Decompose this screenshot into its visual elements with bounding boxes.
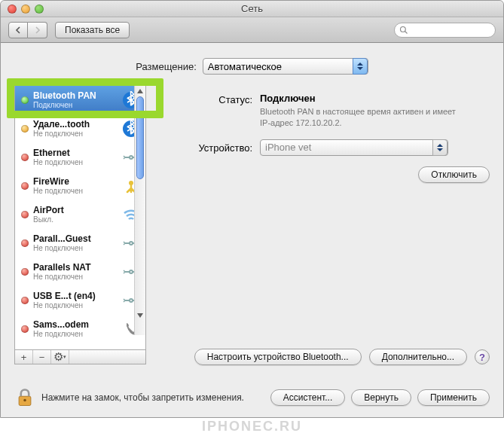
- select-knob-icon: [432, 139, 447, 156]
- sidebar-item[interactable]: Bluetooth PANПодключен: [15, 86, 145, 114]
- details-panel: Статус: Подключен Bluetooth PAN в настоя…: [173, 85, 490, 365]
- toolbar: Показать все: [1, 17, 503, 43]
- watermark: IPHONEC.RU: [202, 419, 302, 434]
- connection-name: Parall...Guest: [33, 233, 117, 244]
- connection-status: Не подключен: [33, 330, 117, 339]
- device-value: iPhone vet: [265, 142, 311, 153]
- status-dot-icon: [21, 211, 29, 218]
- sidebar-item[interactable]: EthernetНе подключен: [15, 143, 145, 172]
- assistant-button[interactable]: Ассистент...: [270, 389, 346, 406]
- lock-text: Нажмите на замок, чтобы запретить измене…: [41, 392, 244, 403]
- nav-buttons: [8, 22, 47, 38]
- connection-status: Не подключен: [33, 187, 117, 196]
- status-dot-icon: [21, 239, 29, 247]
- select-knob-icon: [353, 58, 368, 75]
- connection-status: Не подключен: [33, 301, 117, 310]
- status-dot-icon: [21, 96, 29, 104]
- lock-icon[interactable]: [14, 387, 35, 408]
- search-field[interactable]: [394, 23, 496, 38]
- disconnect-button[interactable]: Отключить: [418, 166, 490, 183]
- advanced-button[interactable]: Дополнительно...: [369, 349, 467, 365]
- connection-name: AirPort: [33, 205, 117, 215]
- status-dot-icon: [21, 125, 29, 133]
- connection-status: Не подключен: [33, 158, 117, 167]
- status-dot-icon: [21, 268, 29, 276]
- svg-point-0: [401, 26, 406, 32]
- content-area: Размещение: Автоматическое Bluetooth PAN…: [1, 43, 503, 374]
- configure-bluetooth-button[interactable]: Настроить устройство Bluetooth...: [194, 349, 362, 365]
- forward-button[interactable]: [28, 22, 47, 38]
- show-all-button[interactable]: Показать все: [55, 22, 130, 38]
- back-button[interactable]: [8, 22, 28, 38]
- connection-name: Удале...tooth: [33, 119, 117, 130]
- connection-name: Sams...odem: [33, 319, 117, 330]
- help-button[interactable]: ?: [475, 349, 490, 364]
- connection-status: Подключен: [33, 101, 117, 110]
- location-label: Размещение:: [136, 61, 197, 72]
- status-dot-icon: [21, 325, 29, 333]
- svg-line-1: [405, 31, 408, 33]
- connection-status: Выкл.: [33, 215, 117, 224]
- connections-sidebar: Bluetooth PANПодключенУдале...toothНе по…: [14, 85, 146, 350]
- connection-name: Ethernet: [33, 148, 117, 158]
- connection-name: USB E...t (en4): [33, 291, 117, 301]
- search-icon: [399, 26, 408, 35]
- connection-name: Parallels NAT: [33, 262, 117, 273]
- device-select[interactable]: iPhone vet: [260, 139, 448, 156]
- preferences-window: Сеть Показать все Размещение: Автоматиче…: [0, 0, 504, 418]
- apply-button[interactable]: Применить: [417, 389, 490, 406]
- sidebar-item[interactable]: Sams...odemНе подключен: [15, 315, 145, 343]
- location-row: Размещение: Автоматическое: [14, 58, 490, 75]
- status-description: Bluetooth PAN в настоящее время активен …: [260, 106, 456, 129]
- sidebar-item[interactable]: Parallels NATНе подключен: [15, 258, 145, 286]
- device-label: Устройство:: [173, 141, 252, 154]
- status-dot-icon: [21, 182, 29, 190]
- add-connection-button[interactable]: +: [15, 350, 33, 364]
- connection-status: Не подключен: [33, 244, 117, 253]
- scroll-up-arrow[interactable]: [135, 86, 145, 96]
- sidebar-item[interactable]: Parall...GuestНе подключен: [15, 229, 145, 258]
- window-title: Сеть: [1, 3, 503, 14]
- sidebar-item[interactable]: FireWireНе подключен: [15, 172, 145, 200]
- connection-name: Bluetooth PAN: [33, 90, 117, 101]
- titlebar: Сеть: [1, 1, 503, 17]
- status-dot-icon: [21, 154, 29, 161]
- connection-name: FireWire: [33, 176, 117, 187]
- scroll-down-arrow[interactable]: [135, 310, 145, 321]
- connection-status: Не подключен: [33, 130, 117, 139]
- list-controls: + − ⚙▾: [14, 350, 146, 364]
- scrollbar[interactable]: [134, 86, 145, 335]
- status-dot-icon: [21, 297, 29, 304]
- location-select[interactable]: Автоматическое: [203, 58, 368, 75]
- revert-button[interactable]: Вернуть: [351, 389, 411, 406]
- scroll-thumb[interactable]: [136, 96, 144, 179]
- sidebar-item[interactable]: Удале...toothНе подключен: [15, 114, 145, 143]
- location-value: Автоматическое: [208, 61, 282, 72]
- connection-status: Не подключен: [33, 273, 117, 282]
- sidebar-item[interactable]: USB E...t (en4)Не подключен: [15, 286, 145, 315]
- status-label: Статус:: [173, 93, 252, 105]
- status-value: Подключен: [260, 93, 490, 104]
- sidebar-item[interactable]: AirPortВыкл.: [15, 200, 145, 229]
- svg-point-6: [23, 399, 26, 402]
- remove-connection-button[interactable]: −: [33, 350, 51, 364]
- footer: Нажмите на замок, чтобы запретить измене…: [14, 387, 490, 408]
- action-menu-button[interactable]: ⚙▾: [51, 350, 69, 364]
